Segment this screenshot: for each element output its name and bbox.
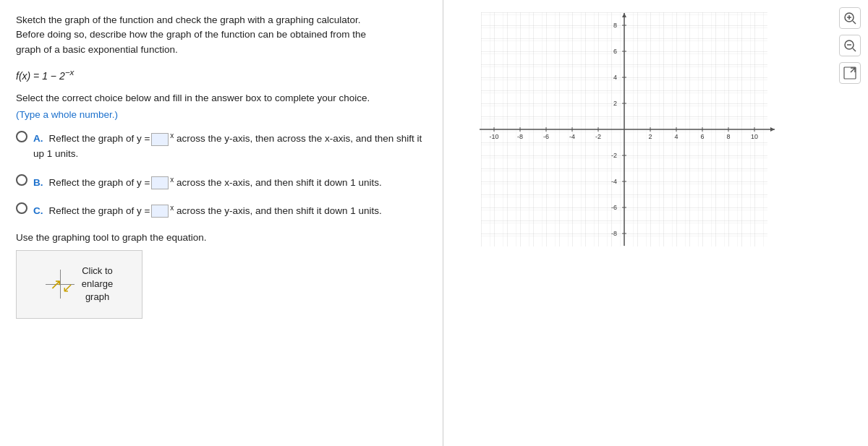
graph-thumbnail[interactable]: ↗ ↙ Click to enlarge graph — [16, 250, 142, 319]
x-label-4: 4 — [674, 133, 678, 140]
choice-text-b: Reflect the graph of y =x across the x-a… — [48, 177, 381, 188]
function-display: f(x) = 1 − 2−x — [16, 67, 427, 82]
exponent-c: x — [170, 203, 174, 211]
y-label-neg8: -8 — [610, 230, 616, 237]
choices-container: A. Reflect the graph of y =x across the … — [16, 130, 427, 219]
svg-line-33 — [851, 68, 855, 72]
choice-text-c: Reflect the graph of y =x across the y-a… — [48, 205, 381, 216]
enlarge-icon — [843, 67, 856, 80]
y-label-neg2: -2 — [610, 152, 616, 159]
x-label-8: 8 — [726, 133, 730, 140]
main-content: Sketch the graph of the function and che… — [0, 0, 443, 446]
zoom-out-button[interactable] — [839, 35, 861, 56]
choice-label-b: B. — [33, 177, 43, 188]
svg-line-31 — [853, 48, 856, 51]
type-hint: (Type a whole number.) — [16, 109, 427, 120]
choice-row-b: B. Reflect the graph of y =x across the … — [16, 173, 427, 190]
zoom-out-icon — [843, 39, 856, 52]
choice-radio-c[interactable] — [16, 202, 27, 214]
choice-label-c: C. — [33, 205, 43, 216]
y-label-8: 8 — [613, 22, 616, 29]
x-label-neg2: -2 — [595, 133, 600, 140]
function-exponent: −x — [65, 67, 75, 77]
choice-text-a: Reflect the graph of y =x across the y-a… — [33, 133, 422, 159]
thumbnail-text: Click to enlarge graph — [82, 265, 113, 304]
answer-box-b[interactable] — [151, 176, 169, 189]
enlarge-button[interactable] — [839, 62, 861, 84]
x-label-neg6: -6 — [542, 133, 548, 140]
graph-area: -10 -8 -6 -4 -2 2 4 6 8 10 8 6 4 2 -2 -4… — [472, 10, 783, 249]
svg-line-28 — [853, 21, 856, 24]
choice-radio-a[interactable] — [16, 131, 27, 142]
x-label-neg8: -8 — [516, 133, 522, 140]
choice-radio-b[interactable] — [16, 174, 27, 186]
x-label-6: 6 — [700, 133, 704, 140]
x-label-neg4: -4 — [569, 133, 574, 140]
arrow-icon-1: ↗ — [50, 275, 62, 293]
graph-tool-label: Use the graphing tool to graph the equat… — [16, 232, 427, 243]
y-label-neg6: -6 — [610, 204, 616, 211]
exponent-a: x — [170, 132, 174, 140]
answer-box-a[interactable] — [151, 133, 169, 146]
thumbnail-line3: graph — [85, 291, 109, 302]
exponent-b: x — [170, 175, 174, 183]
choice-label-a: A. — [33, 133, 43, 144]
crosshair-icon: ↗ ↙ — [46, 270, 75, 299]
y-label-4: 4 — [613, 74, 616, 81]
y-label-2: 2 — [613, 100, 616, 107]
arrow-icon-2: ↙ — [62, 280, 73, 296]
thumbnail-line2: enlarge — [82, 278, 113, 289]
zoom-in-icon — [843, 12, 856, 25]
y-label-6: 6 — [613, 48, 616, 55]
x-label-2: 2 — [648, 133, 652, 140]
zoom-in-button[interactable] — [839, 7, 861, 29]
y-label-neg4: -4 — [610, 178, 616, 185]
instruction-text: Select the correct choice below and fill… — [16, 91, 427, 106]
graph-controls — [839, 7, 861, 84]
question-text: Sketch the graph of the function and che… — [16, 13, 427, 57]
thumbnail-line1: Click to — [82, 265, 113, 276]
answer-box-c[interactable] — [151, 205, 169, 218]
choice-row-c: C. Reflect the graph of y =x across the … — [16, 202, 427, 218]
thumbnail-inner: ↗ ↙ Click to enlarge graph — [46, 265, 113, 304]
x-label-10: 10 — [750, 133, 757, 140]
right-panel: -10 -8 -6 -4 -2 2 4 6 8 10 8 6 4 2 -2 -4… — [443, 0, 869, 446]
coordinate-graph: -10 -8 -6 -4 -2 2 4 6 8 10 8 6 4 2 -2 -4… — [472, 10, 783, 249]
x-label-neg10: -10 — [489, 133, 498, 140]
choice-row-a: A. Reflect the graph of y =x across the … — [16, 130, 427, 162]
